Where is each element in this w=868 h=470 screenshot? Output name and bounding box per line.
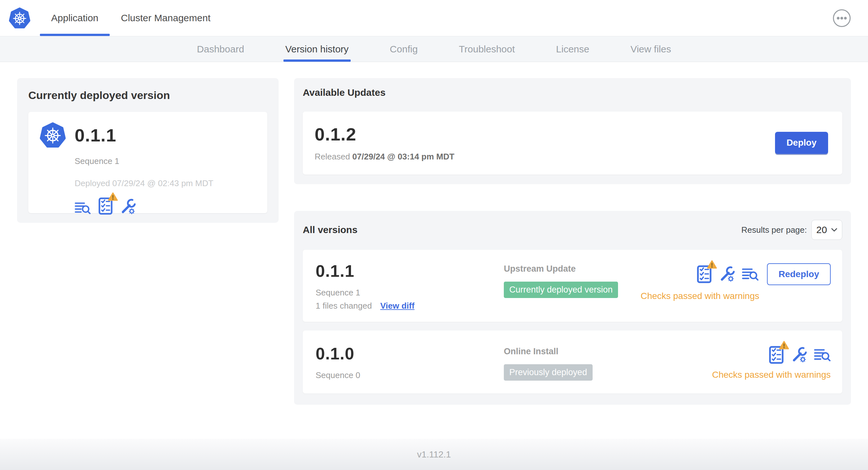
tab-view-files[interactable]: View files bbox=[630, 36, 671, 62]
app-subnav: Dashboard Version history Config Trouble… bbox=[0, 36, 868, 62]
checks-status: Checks passed with warnings bbox=[641, 291, 759, 301]
preflight-checks-icon[interactable] bbox=[769, 346, 784, 364]
tab-license[interactable]: License bbox=[556, 36, 589, 62]
config-wrench-icon[interactable] bbox=[791, 347, 807, 363]
tab-dashboard-label: Dashboard bbox=[197, 44, 244, 55]
more-options-button[interactable] bbox=[833, 9, 851, 27]
tab-application-label: Application bbox=[51, 12, 98, 24]
admin-console-version: v1.112.1 bbox=[417, 449, 451, 460]
primary-nav: Application Cluster Management bbox=[40, 0, 222, 36]
update-version-number: 0.1.2 bbox=[315, 124, 454, 145]
preflight-checks-icon[interactable] bbox=[697, 265, 712, 283]
warning-triangle-icon bbox=[707, 260, 717, 269]
all-versions-title: All versions bbox=[303, 224, 358, 235]
released-timestamp: 07/29/24 @ 03:14 pm MDT bbox=[352, 152, 454, 161]
preflight-checks-icon[interactable] bbox=[98, 197, 113, 215]
available-updates-title: Available Updates bbox=[303, 87, 842, 98]
all-versions-card: All versions Results per page: 20 bbox=[294, 211, 851, 405]
files-changed: 1 files changed bbox=[316, 301, 372, 311]
row-version-number: 0.1.1 bbox=[316, 261, 504, 281]
tab-cluster-management[interactable]: Cluster Management bbox=[110, 0, 222, 36]
deployed-sequence: Sequence 1 bbox=[75, 156, 256, 166]
results-per-page: Results per page: 20 bbox=[741, 220, 842, 240]
config-wrench-icon[interactable] bbox=[120, 199, 136, 215]
chevron-down-icon bbox=[831, 228, 837, 232]
currently-deployed-title: Currently deployed version bbox=[28, 89, 267, 102]
app-header: Application Cluster Management bbox=[0, 0, 868, 36]
released-prefix: Released bbox=[315, 152, 350, 161]
tab-dashboard[interactable]: Dashboard bbox=[197, 36, 244, 62]
deployed-status-badge: Previously deployed bbox=[504, 364, 593, 381]
tab-config[interactable]: Config bbox=[390, 36, 418, 62]
warning-triangle-icon bbox=[108, 192, 118, 201]
update-released-line: Released 07/29/24 @ 03:14 pm MDT bbox=[315, 152, 454, 162]
deploy-button[interactable]: Deploy bbox=[775, 132, 828, 154]
tab-version-history[interactable]: Version history bbox=[285, 36, 349, 62]
tab-troubleshoot[interactable]: Troubleshoot bbox=[459, 36, 515, 62]
row-source: Upstream Update bbox=[504, 264, 641, 274]
version-row-0-1-0: 0.1.0 Sequence 0 Online Install Previous… bbox=[303, 331, 842, 394]
row-sequence: Sequence 0 bbox=[316, 370, 504, 380]
tab-config-label: Config bbox=[390, 44, 418, 55]
results-per-page-value: 20 bbox=[816, 224, 827, 235]
kubernetes-logo-icon bbox=[9, 7, 30, 29]
config-wrench-icon[interactable] bbox=[719, 266, 735, 282]
redeploy-button[interactable]: Redeploy bbox=[767, 263, 831, 285]
version-row-0-1-1: 0.1.1 Sequence 1 1 files changed View di… bbox=[303, 250, 842, 322]
tab-version-history-label: Version history bbox=[285, 44, 349, 55]
page-footer: v1.112.1 bbox=[0, 439, 868, 470]
currently-deployed-card: Currently deployed version 0.1.1 Sequenc… bbox=[17, 78, 279, 223]
view-logs-icon[interactable] bbox=[742, 267, 758, 281]
warning-triangle-icon bbox=[779, 341, 789, 349]
deployed-version-number: 0.1.1 bbox=[75, 125, 117, 146]
row-version-number: 0.1.0 bbox=[316, 344, 504, 363]
view-diff-link[interactable]: View diff bbox=[380, 301, 414, 311]
more-options-icon bbox=[833, 9, 851, 27]
available-updates-card: Available Updates 0.1.2 Released 07/29/2… bbox=[294, 78, 851, 184]
left-column: Currently deployed version 0.1.1 Sequenc… bbox=[17, 78, 279, 223]
view-logs-icon[interactable] bbox=[814, 348, 831, 362]
results-per-page-label: Results per page: bbox=[741, 225, 807, 235]
tab-application[interactable]: Application bbox=[40, 0, 110, 36]
tab-cluster-management-label: Cluster Management bbox=[121, 12, 210, 24]
main-content: Currently deployed version 0.1.1 Sequenc… bbox=[0, 62, 868, 405]
results-per-page-select[interactable]: 20 bbox=[811, 220, 842, 240]
tab-license-label: License bbox=[556, 44, 589, 55]
view-logs-icon[interactable] bbox=[75, 201, 91, 215]
deployed-status-badge: Currently deployed version bbox=[504, 281, 618, 298]
page: Application Cluster Management Dashboard… bbox=[0, 0, 868, 470]
tab-view-files-label: View files bbox=[630, 44, 671, 55]
update-row: 0.1.2 Released 07/29/24 @ 03:14 pm MDT D… bbox=[303, 111, 842, 174]
right-column: Available Updates 0.1.2 Released 07/29/2… bbox=[294, 78, 851, 405]
row-source: Online Install bbox=[504, 346, 712, 357]
checks-status: Checks passed with warnings bbox=[712, 370, 831, 380]
currently-deployed-inner-card: 0.1.1 Sequence 1 Deployed 07/29/24 @ 02:… bbox=[28, 112, 267, 213]
row-sequence: Sequence 1 bbox=[316, 288, 504, 298]
deployed-timestamp: Deployed 07/29/24 @ 02:43 pm MDT bbox=[75, 178, 256, 189]
app-icon bbox=[40, 122, 66, 148]
tab-troubleshoot-label: Troubleshoot bbox=[459, 44, 515, 55]
